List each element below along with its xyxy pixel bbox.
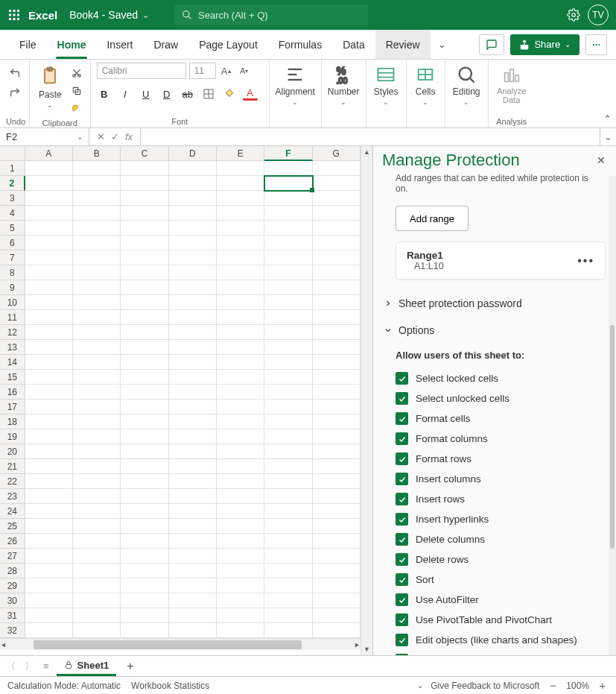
- cell-F19[interactable]: [264, 429, 312, 444]
- cell-B10[interactable]: [73, 295, 121, 310]
- cell-D10[interactable]: [169, 295, 217, 310]
- cell-C1[interactable]: [121, 161, 168, 176]
- option-check-2[interactable]: Format cells: [396, 408, 606, 429]
- row-header-12[interactable]: 12: [0, 325, 25, 340]
- cell-B32[interactable]: [73, 623, 121, 638]
- analyze-data-button[interactable]: Analyze Data: [494, 63, 529, 106]
- cell-G14[interactable]: [313, 355, 361, 370]
- cell-F29[interactable]: [264, 578, 312, 593]
- cell-D11[interactable]: [169, 310, 217, 325]
- cell-C13[interactable]: [121, 340, 168, 355]
- all-sheets-icon[interactable]: ≡: [42, 660, 51, 672]
- option-check-6[interactable]: Insert rows: [396, 489, 606, 509]
- cell-F9[interactable]: [264, 280, 312, 295]
- spreadsheet-grid[interactable]: ABCDEFG 12345678910111213141516171819202…: [0, 146, 372, 655]
- cell-E11[interactable]: [217, 310, 264, 325]
- cell-C2[interactable]: [121, 176, 168, 191]
- cell-A9[interactable]: [25, 280, 73, 295]
- cell-D12[interactable]: [169, 325, 217, 340]
- cell-D16[interactable]: [169, 385, 217, 400]
- document-name[interactable]: Book4 - Saved ⌄: [69, 9, 149, 21]
- cell-G24[interactable]: [313, 504, 361, 519]
- cell-F21[interactable]: [264, 459, 312, 474]
- cell-E26[interactable]: [217, 534, 264, 549]
- cell-G29[interactable]: [313, 578, 361, 593]
- cell-B11[interactable]: [73, 310, 121, 325]
- row-header-30[interactable]: 30: [0, 593, 25, 608]
- cell-D23[interactable]: [169, 489, 217, 504]
- add-range-button[interactable]: Add range: [396, 206, 469, 231]
- cell-C31[interactable]: [121, 608, 168, 623]
- cell-G27[interactable]: [313, 549, 361, 564]
- cell-E20[interactable]: [217, 444, 264, 459]
- cell-G17[interactable]: [313, 400, 361, 414]
- cell-E16[interactable]: [217, 385, 264, 400]
- cell-D5[interactable]: [169, 221, 217, 236]
- cell-G31[interactable]: [313, 608, 361, 623]
- scroll-left-icon[interactable]: ◄: [0, 639, 7, 651]
- cell-G6[interactable]: [313, 236, 361, 250]
- col-header-F[interactable]: F: [264, 146, 312, 161]
- col-header-C[interactable]: C: [121, 146, 168, 160]
- cell-D1[interactable]: [169, 161, 217, 176]
- cell-A4[interactable]: [25, 206, 73, 221]
- option-check-7[interactable]: Insert hyperlinks: [396, 509, 606, 529]
- row-header-2[interactable]: 2: [0, 176, 25, 191]
- cell-D18[interactable]: [169, 414, 217, 429]
- row-header-6[interactable]: 6: [0, 236, 25, 250]
- cell-E23[interactable]: [217, 489, 264, 504]
- scroll-thumb-h[interactable]: [34, 640, 302, 649]
- cut-button[interactable]: [69, 66, 84, 81]
- cell-B17[interactable]: [73, 400, 121, 414]
- cell-G4[interactable]: [313, 206, 361, 221]
- cell-A32[interactable]: [25, 623, 73, 638]
- cell-B2[interactable]: [73, 176, 121, 191]
- cell-B6[interactable]: [73, 236, 121, 250]
- cell-B19[interactable]: [73, 429, 121, 444]
- row-header-27[interactable]: 27: [0, 549, 25, 564]
- cell-E4[interactable]: [217, 206, 264, 221]
- cell-G2[interactable]: [313, 176, 361, 191]
- cell-B20[interactable]: [73, 444, 121, 459]
- cell-D25[interactable]: [169, 519, 217, 534]
- cell-B3[interactable]: [73, 191, 121, 206]
- italic-button[interactable]: I: [118, 86, 133, 101]
- row-header-4[interactable]: 4: [0, 206, 25, 221]
- cell-B23[interactable]: [73, 489, 121, 504]
- select-all-corner[interactable]: [0, 146, 25, 160]
- row-header-3[interactable]: 3: [0, 191, 25, 206]
- cell-B27[interactable]: [73, 549, 121, 564]
- row-header-25[interactable]: 25: [0, 519, 25, 534]
- cell-B28[interactable]: [73, 564, 121, 578]
- tab-review[interactable]: Review: [375, 30, 431, 59]
- col-header-A[interactable]: A: [25, 146, 73, 160]
- cell-G1[interactable]: [313, 161, 361, 176]
- cell-D22[interactable]: [169, 474, 217, 489]
- cell-A13[interactable]: [25, 340, 73, 355]
- row-header-21[interactable]: 21: [0, 459, 25, 474]
- row-header-17[interactable]: 17: [0, 400, 25, 414]
- cell-B31[interactable]: [73, 608, 121, 623]
- cell-C12[interactable]: [121, 325, 168, 340]
- horizontal-scrollbar[interactable]: ◄ ►: [0, 638, 361, 650]
- row-header-11[interactable]: 11: [0, 310, 25, 325]
- scroll-right-icon[interactable]: ►: [354, 639, 361, 651]
- cell-C7[interactable]: [121, 250, 168, 265]
- paste-button[interactable]: Paste ⌄: [36, 63, 65, 110]
- cell-D14[interactable]: [169, 355, 217, 370]
- cell-G22[interactable]: [313, 474, 361, 489]
- cell-E25[interactable]: [217, 519, 264, 534]
- tab-page-layout[interactable]: Page Layout: [188, 30, 268, 59]
- cell-G23[interactable]: [313, 489, 361, 504]
- cell-F24[interactable]: [264, 504, 312, 519]
- undo-button[interactable]: [7, 66, 22, 81]
- cell-A24[interactable]: [25, 504, 73, 519]
- cell-C4[interactable]: [121, 206, 168, 221]
- cell-E21[interactable]: [217, 459, 264, 474]
- cell-C21[interactable]: [121, 459, 168, 474]
- cell-D30[interactable]: [169, 593, 217, 608]
- cell-G10[interactable]: [313, 295, 361, 310]
- tab-file[interactable]: File: [9, 30, 47, 59]
- row-header-23[interactable]: 23: [0, 489, 25, 504]
- cell-C6[interactable]: [121, 236, 168, 250]
